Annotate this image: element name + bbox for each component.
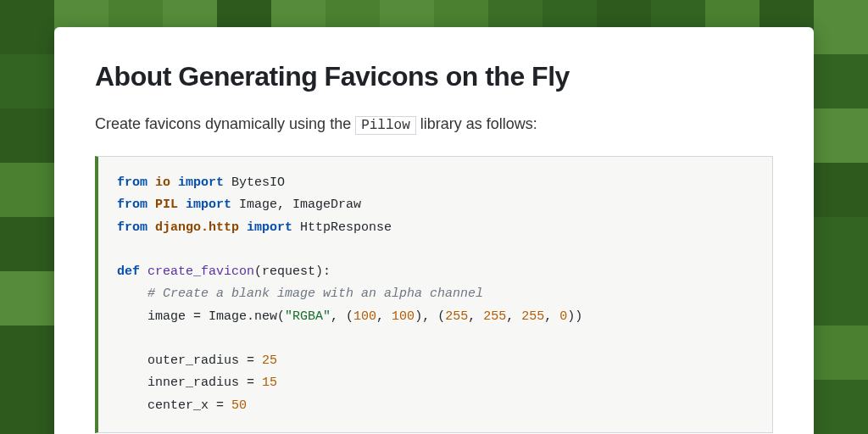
intro-paragraph: Create favicons dynamically using the Pi… — [95, 113, 773, 136]
kw-def: def — [117, 264, 147, 279]
names: HttpResponse — [300, 220, 392, 235]
code-text: , — [544, 309, 559, 324]
code-text: ), ( — [415, 309, 445, 324]
article-card: About Generating Favicons on the Fly Cre… — [54, 27, 814, 434]
kw-import: import — [178, 198, 239, 212]
code-text: , — [376, 309, 392, 324]
kw-import: import — [170, 175, 231, 190]
code-text: image = Image.new( — [117, 309, 285, 324]
names: BytesIO — [231, 175, 285, 190]
page-title: About Generating Favicons on the Fly — [95, 61, 773, 92]
num: 25 — [262, 353, 277, 368]
string: "RGBA" — [285, 309, 331, 324]
kw-from: from — [117, 220, 155, 235]
code-text: )) — [567, 309, 582, 324]
num: 100 — [353, 309, 376, 324]
num: 255 — [521, 309, 544, 324]
kw-from: from — [117, 175, 155, 190]
code-text: inner_radius = — [117, 376, 262, 390]
code-text: center_x = — [117, 398, 231, 413]
module-pil: PIL — [155, 198, 178, 212]
module-django: django.http — [155, 220, 239, 235]
code-text: , — [468, 309, 483, 324]
code-block: from io import BytesIO from PIL import I… — [95, 156, 773, 433]
num: 50 — [231, 398, 247, 413]
module-io: io — [155, 175, 170, 190]
num: 15 — [262, 376, 277, 390]
intro-text-after: library as follows: — [416, 115, 537, 132]
code-text: , — [506, 309, 521, 324]
library-name: Pillow — [355, 116, 416, 135]
names: Image, ImageDraw — [239, 198, 361, 212]
num: 255 — [445, 309, 468, 324]
kw-from: from — [117, 198, 155, 212]
code-text: , ( — [331, 309, 353, 324]
code-text: outer_radius = — [117, 353, 262, 368]
num: 100 — [392, 309, 415, 324]
func-sig: (request): — [254, 264, 331, 279]
kw-import: import — [239, 220, 300, 235]
comment: # Create a blank image with an alpha cha… — [117, 287, 483, 301]
intro-text-before: Create favicons dynamically using the — [95, 115, 355, 132]
num: 0 — [559, 309, 567, 324]
num: 255 — [483, 309, 506, 324]
func-name: create_favicon — [147, 264, 254, 279]
